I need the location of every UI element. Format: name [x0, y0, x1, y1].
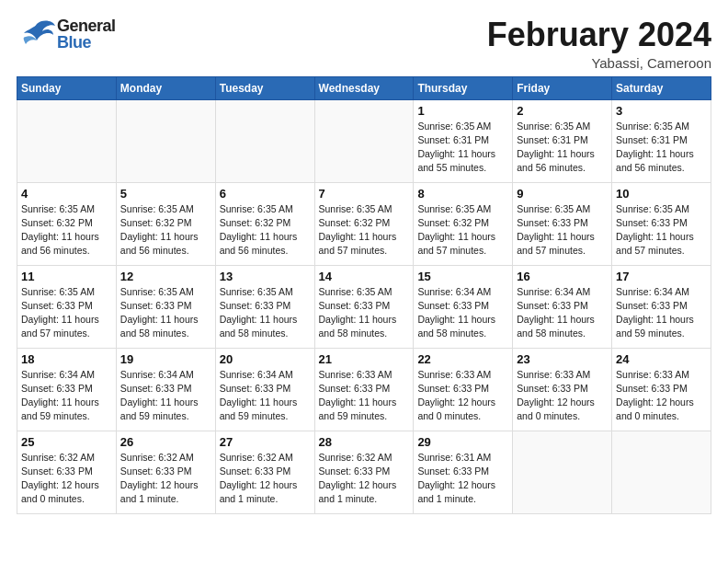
calendar-cell: 3Sunrise: 6:35 AM Sunset: 6:31 PM Daylig…	[612, 99, 711, 182]
calendar-cell: 28Sunrise: 6:32 AM Sunset: 6:33 PM Dayli…	[314, 431, 414, 513]
calendar-cell: 27Sunrise: 6:32 AM Sunset: 6:33 PM Dayli…	[215, 431, 314, 513]
calendar-cell: 20Sunrise: 6:34 AM Sunset: 6:33 PM Dayli…	[215, 348, 314, 431]
calendar-week-2: 4Sunrise: 6:35 AM Sunset: 6:32 PM Daylig…	[17, 182, 711, 265]
calendar-cell: 25Sunrise: 6:32 AM Sunset: 6:33 PM Dayli…	[17, 431, 117, 513]
logo-text: General Blue	[57, 17, 116, 51]
day-number: 26	[120, 435, 211, 449]
page: General Blue February 2024 Yabassi, Came…	[0, 0, 728, 563]
day-info: Sunrise: 6:35 AM Sunset: 6:31 PM Dayligh…	[616, 120, 707, 176]
calendar-cell: 4Sunrise: 6:35 AM Sunset: 6:32 PM Daylig…	[17, 182, 117, 265]
day-number: 21	[319, 352, 410, 366]
day-number: 10	[616, 187, 707, 201]
calendar-week-5: 25Sunrise: 6:32 AM Sunset: 6:33 PM Dayli…	[17, 431, 711, 513]
calendar-week-4: 18Sunrise: 6:34 AM Sunset: 6:33 PM Dayli…	[17, 348, 711, 431]
day-number: 12	[120, 270, 211, 283]
day-info: Sunrise: 6:34 AM Sunset: 6:33 PM Dayligh…	[417, 285, 508, 341]
day-info: Sunrise: 6:32 AM Sunset: 6:33 PM Dayligh…	[21, 451, 112, 507]
calendar-cell	[314, 99, 414, 182]
calendar-cell: 1Sunrise: 6:35 AM Sunset: 6:31 PM Daylig…	[414, 99, 513, 182]
day-number: 17	[616, 270, 707, 283]
day-number: 15	[417, 270, 508, 283]
day-info: Sunrise: 6:33 AM Sunset: 6:33 PM Dayligh…	[616, 368, 707, 424]
calendar-week-1: 1Sunrise: 6:35 AM Sunset: 6:31 PM Daylig…	[17, 99, 711, 182]
day-info: Sunrise: 6:35 AM Sunset: 6:31 PM Dayligh…	[417, 120, 508, 176]
calendar-table: Sunday Monday Tuesday Wednesday Thursday…	[17, 76, 711, 514]
calendar-location: Yabassi, Cameroon	[487, 55, 711, 71]
calendar-cell: 17Sunrise: 6:34 AM Sunset: 6:33 PM Dayli…	[612, 265, 711, 348]
day-number: 14	[319, 270, 410, 283]
calendar-cell	[215, 99, 314, 182]
day-info: Sunrise: 6:35 AM Sunset: 6:33 PM Dayligh…	[220, 285, 311, 341]
calendar-cell: 16Sunrise: 6:34 AM Sunset: 6:33 PM Dayli…	[513, 265, 612, 348]
day-number: 16	[517, 270, 608, 283]
day-number: 3	[616, 104, 707, 118]
day-number: 23	[517, 352, 608, 366]
calendar-header-row: Sunday Monday Tuesday Wednesday Thursday…	[17, 76, 711, 99]
day-number: 19	[120, 352, 211, 366]
day-info: Sunrise: 6:35 AM Sunset: 6:33 PM Dayligh…	[120, 285, 211, 341]
day-number: 20	[220, 352, 311, 366]
day-number: 1	[417, 104, 508, 118]
calendar-cell: 12Sunrise: 6:35 AM Sunset: 6:33 PM Dayli…	[116, 265, 215, 348]
day-number: 5	[120, 187, 211, 201]
day-number: 24	[616, 352, 707, 366]
day-number: 2	[517, 104, 608, 118]
day-number: 6	[220, 187, 311, 201]
day-info: Sunrise: 6:34 AM Sunset: 6:33 PM Dayligh…	[21, 368, 112, 424]
day-info: Sunrise: 6:35 AM Sunset: 6:32 PM Dayligh…	[120, 202, 211, 259]
calendar-cell: 13Sunrise: 6:35 AM Sunset: 6:33 PM Dayli…	[215, 265, 314, 348]
day-number: 18	[21, 352, 112, 366]
col-tuesday: Tuesday	[215, 76, 314, 99]
calendar-cell: 21Sunrise: 6:33 AM Sunset: 6:33 PM Dayli…	[314, 348, 414, 431]
day-info: Sunrise: 6:35 AM Sunset: 6:31 PM Dayligh…	[517, 120, 608, 176]
day-number: 7	[319, 187, 410, 201]
day-info: Sunrise: 6:35 AM Sunset: 6:33 PM Dayligh…	[517, 202, 608, 259]
day-info: Sunrise: 6:34 AM Sunset: 6:33 PM Dayligh…	[120, 368, 211, 424]
calendar-cell	[116, 99, 215, 182]
day-info: Sunrise: 6:34 AM Sunset: 6:33 PM Dayligh…	[517, 285, 608, 341]
calendar-cell: 2Sunrise: 6:35 AM Sunset: 6:31 PM Daylig…	[513, 99, 612, 182]
day-number: 9	[517, 187, 608, 201]
logo-blue: Blue	[57, 34, 116, 51]
day-info: Sunrise: 6:35 AM Sunset: 6:33 PM Dayligh…	[21, 285, 112, 341]
calendar-cell: 6Sunrise: 6:35 AM Sunset: 6:32 PM Daylig…	[215, 182, 314, 265]
logo: General Blue	[17, 17, 116, 52]
day-number: 8	[417, 187, 508, 201]
calendar-cell: 7Sunrise: 6:35 AM Sunset: 6:32 PM Daylig…	[314, 182, 414, 265]
day-number: 22	[417, 352, 508, 366]
calendar-cell: 5Sunrise: 6:35 AM Sunset: 6:32 PM Daylig…	[116, 182, 215, 265]
calendar-cell: 22Sunrise: 6:33 AM Sunset: 6:33 PM Dayli…	[414, 348, 513, 431]
calendar-cell	[513, 431, 612, 513]
day-info: Sunrise: 6:35 AM Sunset: 6:32 PM Dayligh…	[21, 202, 112, 259]
col-monday: Monday	[116, 76, 215, 99]
day-info: Sunrise: 6:35 AM Sunset: 6:32 PM Dayligh…	[417, 202, 508, 259]
day-info: Sunrise: 6:34 AM Sunset: 6:33 PM Dayligh…	[220, 368, 311, 424]
header: General Blue February 2024 Yabassi, Came…	[17, 17, 711, 71]
col-sunday: Sunday	[17, 76, 117, 99]
calendar-cell: 18Sunrise: 6:34 AM Sunset: 6:33 PM Dayli…	[17, 348, 117, 431]
day-info: Sunrise: 6:35 AM Sunset: 6:33 PM Dayligh…	[616, 202, 707, 259]
calendar-cell	[17, 99, 117, 182]
day-info: Sunrise: 6:33 AM Sunset: 6:33 PM Dayligh…	[319, 368, 410, 424]
calendar-cell: 23Sunrise: 6:33 AM Sunset: 6:33 PM Dayli…	[513, 348, 612, 431]
calendar-cell: 14Sunrise: 6:35 AM Sunset: 6:33 PM Dayli…	[314, 265, 414, 348]
calendar-cell	[612, 431, 711, 513]
day-info: Sunrise: 6:33 AM Sunset: 6:33 PM Dayligh…	[417, 368, 508, 424]
calendar-cell: 8Sunrise: 6:35 AM Sunset: 6:32 PM Daylig…	[414, 182, 513, 265]
col-thursday: Thursday	[414, 76, 513, 99]
calendar-cell: 24Sunrise: 6:33 AM Sunset: 6:33 PM Dayli…	[612, 348, 711, 431]
day-number: 28	[319, 435, 410, 449]
calendar-cell: 19Sunrise: 6:34 AM Sunset: 6:33 PM Dayli…	[116, 348, 215, 431]
day-info: Sunrise: 6:34 AM Sunset: 6:33 PM Dayligh…	[616, 285, 707, 341]
day-info: Sunrise: 6:31 AM Sunset: 6:33 PM Dayligh…	[417, 451, 508, 507]
logo-general: General	[57, 17, 116, 34]
title-block: February 2024 Yabassi, Cameroon	[487, 17, 711, 71]
calendar-cell: 10Sunrise: 6:35 AM Sunset: 6:33 PM Dayli…	[612, 182, 711, 265]
day-info: Sunrise: 6:32 AM Sunset: 6:33 PM Dayligh…	[220, 451, 311, 507]
day-number: 4	[21, 187, 112, 201]
calendar-cell: 29Sunrise: 6:31 AM Sunset: 6:33 PM Dayli…	[414, 431, 513, 513]
col-saturday: Saturday	[612, 76, 711, 99]
day-number: 13	[220, 270, 311, 283]
logo-icon	[17, 17, 57, 52]
day-info: Sunrise: 6:35 AM Sunset: 6:32 PM Dayligh…	[319, 202, 410, 259]
